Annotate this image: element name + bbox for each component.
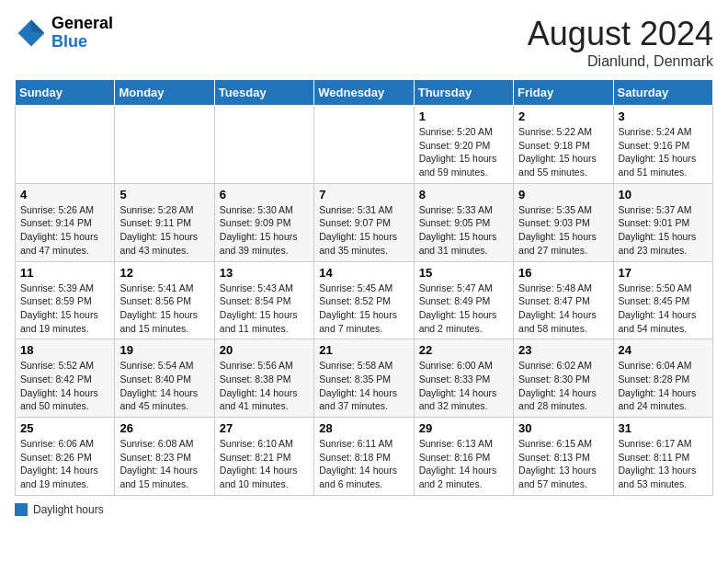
day-info: Sunrise: 5:56 AMSunset: 8:38 PMDaylight:… <box>220 359 309 413</box>
calendar-cell: 12 Sunrise: 5:41 AMSunset: 8:56 PMDaylig… <box>115 261 214 339</box>
day-number: 28 <box>319 421 408 435</box>
day-number: 26 <box>119 421 209 435</box>
day-info: Sunrise: 5:58 AMSunset: 8:35 PMDaylight:… <box>319 359 408 413</box>
calendar-cell: 21 Sunrise: 5:58 AMSunset: 8:35 PMDaylig… <box>314 339 414 418</box>
page-header: General Blue August 2024 Dianlund, Denma… <box>15 15 713 70</box>
day-info: Sunrise: 5:50 AMSunset: 8:45 PMDaylight:… <box>619 282 708 336</box>
day-info: Sunrise: 5:24 AMSunset: 9:16 PMDaylight:… <box>619 125 708 179</box>
day-number: 20 <box>220 343 309 357</box>
calendar-cell: 27 Sunrise: 6:10 AMSunset: 8:21 PMDaylig… <box>214 418 313 496</box>
title-block: August 2024 Dianlund, Denmark <box>528 15 713 70</box>
day-number: 12 <box>119 266 209 280</box>
day-number: 9 <box>518 188 608 201</box>
day-info: Sunrise: 5:28 AMSunset: 9:11 PMDaylight:… <box>119 203 209 258</box>
calendar-cell: 15 Sunrise: 5:47 AMSunset: 8:49 PMDaylig… <box>414 261 513 339</box>
day-number: 13 <box>220 266 309 280</box>
calendar-cell: 4 Sunrise: 5:26 AMSunset: 9:14 PMDayligh… <box>16 183 115 261</box>
day-of-week-header: Thursday <box>414 80 513 106</box>
day-info: Sunrise: 6:02 AMSunset: 8:30 PMDaylight:… <box>518 359 608 413</box>
day-number: 7 <box>319 188 408 201</box>
month-year: August 2024 <box>528 15 713 53</box>
calendar-cell: 1 Sunrise: 5:20 AMSunset: 9:20 PMDayligh… <box>414 106 513 184</box>
calendar-cell: 8 Sunrise: 5:33 AMSunset: 9:05 PMDayligh… <box>414 183 513 261</box>
logo-text: General Blue <box>51 15 113 52</box>
calendar-cell: 24 Sunrise: 6:04 AMSunset: 8:28 PMDaylig… <box>613 339 712 418</box>
day-info: Sunrise: 5:41 AMSunset: 8:56 PMDaylight:… <box>119 282 209 336</box>
calendar-cell: 10 Sunrise: 5:37 AMSunset: 9:01 PMDaylig… <box>613 183 712 261</box>
calendar-cell: 14 Sunrise: 5:45 AMSunset: 8:52 PMDaylig… <box>314 261 414 339</box>
day-info: Sunrise: 5:54 AMSunset: 8:40 PMDaylight:… <box>119 359 209 413</box>
calendar-cell: 23 Sunrise: 6:02 AMSunset: 8:30 PMDaylig… <box>514 339 613 418</box>
day-of-week-header: Monday <box>115 80 214 106</box>
calendar-cell: 30 Sunrise: 6:15 AMSunset: 8:13 PMDaylig… <box>514 418 613 496</box>
day-of-week-header: Sunday <box>16 80 115 106</box>
day-info: Sunrise: 6:00 AMSunset: 8:33 PMDaylight:… <box>419 359 508 413</box>
day-info: Sunrise: 6:04 AMSunset: 8:28 PMDaylight:… <box>619 359 708 413</box>
day-info: Sunrise: 5:35 AMSunset: 9:03 PMDaylight:… <box>518 203 608 258</box>
day-info: Sunrise: 6:08 AMSunset: 8:23 PMDaylight:… <box>119 437 209 491</box>
calendar-cell: 20 Sunrise: 5:56 AMSunset: 8:38 PMDaylig… <box>214 339 313 418</box>
day-info: Sunrise: 6:06 AMSunset: 8:26 PMDaylight:… <box>20 437 109 491</box>
calendar-week-row: 25 Sunrise: 6:06 AMSunset: 8:26 PMDaylig… <box>16 418 713 496</box>
calendar-cell: 3 Sunrise: 5:24 AMSunset: 9:16 PMDayligh… <box>613 106 712 184</box>
day-number: 31 <box>619 421 708 435</box>
calendar-cell <box>214 106 313 184</box>
day-info: Sunrise: 6:17 AMSunset: 8:11 PMDaylight:… <box>619 437 708 491</box>
day-number: 17 <box>619 266 708 280</box>
day-info: Sunrise: 6:11 AMSunset: 8:18 PMDaylight:… <box>319 437 408 491</box>
svg-marker-1 <box>31 19 44 32</box>
day-info: Sunrise: 6:15 AMSunset: 8:13 PMDaylight:… <box>518 437 608 491</box>
day-info: Sunrise: 5:39 AMSunset: 8:59 PMDaylight:… <box>20 282 109 336</box>
day-number: 5 <box>119 188 209 201</box>
calendar-cell: 19 Sunrise: 5:54 AMSunset: 8:40 PMDaylig… <box>115 339 214 418</box>
days-of-week-row: SundayMondayTuesdayWednesdayThursdayFrid… <box>16 80 713 106</box>
calendar-cell: 16 Sunrise: 5:48 AMSunset: 8:47 PMDaylig… <box>514 261 613 339</box>
calendar-week-row: 18 Sunrise: 5:52 AMSunset: 8:42 PMDaylig… <box>16 339 713 418</box>
calendar-cell: 26 Sunrise: 6:08 AMSunset: 8:23 PMDaylig… <box>115 418 214 496</box>
day-number: 21 <box>319 343 408 357</box>
calendar-cell: 18 Sunrise: 5:52 AMSunset: 8:42 PMDaylig… <box>16 339 115 418</box>
day-of-week-header: Friday <box>514 80 613 106</box>
day-number: 10 <box>619 188 708 201</box>
day-info: Sunrise: 6:10 AMSunset: 8:21 PMDaylight:… <box>220 437 309 491</box>
day-number: 1 <box>419 109 508 123</box>
calendar-cell: 5 Sunrise: 5:28 AMSunset: 9:11 PMDayligh… <box>115 183 214 261</box>
day-number: 30 <box>518 421 608 435</box>
day-info: Sunrise: 5:31 AMSunset: 9:07 PMDaylight:… <box>319 203 408 258</box>
calendar-cell: 29 Sunrise: 6:13 AMSunset: 8:16 PMDaylig… <box>414 418 513 496</box>
day-info: Sunrise: 5:33 AMSunset: 9:05 PMDaylight:… <box>419 203 508 258</box>
day-of-week-header: Saturday <box>613 80 712 106</box>
day-number: 3 <box>619 109 708 123</box>
day-number: 14 <box>319 266 408 280</box>
calendar-week-row: 4 Sunrise: 5:26 AMSunset: 9:14 PMDayligh… <box>16 183 713 261</box>
day-number: 22 <box>419 343 508 357</box>
day-info: Sunrise: 5:22 AMSunset: 9:18 PMDaylight:… <box>518 125 608 179</box>
calendar-table: SundayMondayTuesdayWednesdayThursdayFrid… <box>15 79 713 496</box>
calendar-cell <box>16 106 115 184</box>
day-info: Sunrise: 5:52 AMSunset: 8:42 PMDaylight:… <box>20 359 109 413</box>
legend-label: Daylight hours <box>33 503 104 516</box>
logo: General Blue <box>15 15 113 52</box>
calendar-cell: 9 Sunrise: 5:35 AMSunset: 9:03 PMDayligh… <box>514 183 613 261</box>
day-of-week-header: Wednesday <box>314 80 414 106</box>
calendar-cell: 7 Sunrise: 5:31 AMSunset: 9:07 PMDayligh… <box>314 183 414 261</box>
calendar-cell: 11 Sunrise: 5:39 AMSunset: 8:59 PMDaylig… <box>16 261 115 339</box>
day-info: Sunrise: 5:37 AMSunset: 9:01 PMDaylight:… <box>619 203 708 258</box>
day-info: Sunrise: 5:26 AMSunset: 9:14 PMDaylight:… <box>20 203 109 258</box>
day-of-week-header: Tuesday <box>214 80 313 106</box>
legend-item: Daylight hours <box>15 503 104 516</box>
day-number: 19 <box>119 343 209 357</box>
calendar-cell: 28 Sunrise: 6:11 AMSunset: 8:18 PMDaylig… <box>314 418 414 496</box>
calendar-cell: 25 Sunrise: 6:06 AMSunset: 8:26 PMDaylig… <box>16 418 115 496</box>
day-number: 18 <box>20 343 109 357</box>
day-number: 24 <box>619 343 708 357</box>
day-number: 4 <box>20 188 109 201</box>
day-number: 29 <box>419 421 508 435</box>
calendar-cell <box>115 106 214 184</box>
day-number: 27 <box>220 421 309 435</box>
calendar-cell: 17 Sunrise: 5:50 AMSunset: 8:45 PMDaylig… <box>613 261 712 339</box>
calendar-week-row: 1 Sunrise: 5:20 AMSunset: 9:20 PMDayligh… <box>16 106 713 184</box>
day-number: 15 <box>419 266 508 280</box>
calendar-cell: 6 Sunrise: 5:30 AMSunset: 9:09 PMDayligh… <box>214 183 313 261</box>
location: Dianlund, Denmark <box>528 53 713 70</box>
